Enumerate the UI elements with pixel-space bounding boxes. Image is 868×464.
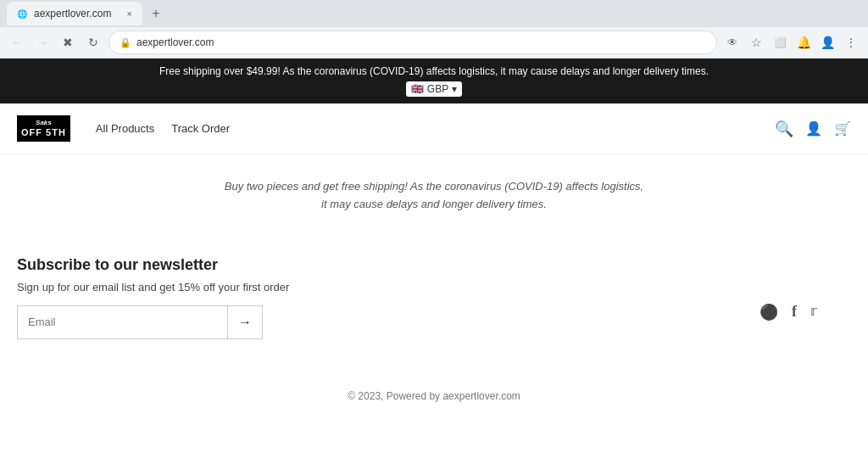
refresh-button[interactable]: ↻ [83, 32, 103, 53]
copyright-text: © 2023, Powered by aexpertlover.com [348, 390, 520, 402]
newsletter-submit-button[interactable]: → [227, 306, 262, 338]
announcement-bar: Free shipping over $49.99! As the corona… [0, 59, 868, 103]
hero-text: Buy two pieces and get free shipping! As… [17, 178, 851, 214]
main-nav: All Products Track Order [96, 122, 775, 135]
toolbar-icons: 👁 ☆ ⬜ 🔔 👤 ⋮ [722, 32, 861, 53]
address-bar[interactable]: 🔒 aexpertlover.com [108, 31, 717, 54]
logo-area[interactable]: Saks OFF 5TH [17, 115, 70, 142]
extensions-icon[interactable]: ⬜ [770, 32, 790, 53]
newsletter-subtitle: Sign up for our email list and get 15% o… [17, 281, 492, 293]
logo: Saks OFF 5TH [17, 115, 70, 142]
social-icons: ⚫ f 𝕣 [760, 303, 817, 321]
pinterest-icon[interactable]: ⚫ [760, 303, 778, 321]
twitter-icon[interactable]: 𝕣 [810, 303, 817, 321]
back-button[interactable]: ← [7, 32, 27, 53]
newsletter-section: Subscribe to our newsletter Sign up for … [0, 231, 509, 356]
hero-line2: it may cause delays and longer delivery … [321, 198, 547, 210]
new-tab-button[interactable]: + [146, 3, 166, 24]
nav-all-products[interactable]: All Products [96, 122, 154, 135]
forward-button[interactable]: → [32, 32, 53, 53]
notifications-icon[interactable]: 🔔 [793, 32, 814, 53]
tab-bar: 🌐 aexpertlover.com × + [0, 0, 868, 27]
hero-area: Buy two pieces and get free shipping! As… [0, 154, 868, 231]
tab-title: aexpertlover.com [34, 8, 111, 20]
dropdown-arrow: ▾ [452, 83, 457, 95]
currency-flag: 🇬🇧 [411, 83, 424, 95]
content-area: Subscribe to our newsletter Sign up for … [0, 231, 868, 356]
profile-icon[interactable]: 👤 [817, 32, 837, 53]
tab-favicon: 🌐 [17, 9, 27, 19]
facebook-icon[interactable]: f [792, 303, 797, 321]
footer: © 2023, Powered by aexpertlover.com [0, 373, 868, 419]
logo-off5th: OFF 5TH [21, 127, 66, 138]
browser-chrome: 🌐 aexpertlover.com × + ← → ✖ ↻ 🔒 aexpert… [0, 0, 868, 59]
newsletter-title: Subscribe to our newsletter [17, 256, 492, 274]
tab-close-button[interactable]: × [127, 8, 132, 19]
lock-icon: 🔒 [120, 37, 131, 48]
logo-saks: Saks [36, 119, 52, 127]
url-display: aexpertlover.com [136, 36, 706, 48]
cart-icon[interactable]: 🛒 [834, 120, 851, 137]
page-wrapper: 🌐 aexpertlover.com × + ← → ✖ ↻ 🔒 aexpert… [0, 0, 868, 419]
site-header: Saks OFF 5TH All Products Track Order 🔍 … [0, 103, 868, 154]
announcement-text: Free shipping over $49.99! As the corona… [159, 65, 709, 77]
email-input[interactable] [18, 307, 227, 337]
browser-toolbar: ← → ✖ ↻ 🔒 aexpertlover.com 👁 ☆ ⬜ 🔔 👤 ⋮ [0, 27, 868, 58]
reload-button[interactable]: ✖ [58, 32, 78, 53]
bookmark-icon[interactable]: ☆ [746, 32, 766, 53]
account-icon[interactable]: 👤 [805, 120, 822, 137]
eye-icon[interactable]: 👁 [722, 32, 743, 53]
hero-line1: Buy two pieces and get free shipping! As… [225, 180, 643, 193]
menu-icon[interactable]: ⋮ [841, 32, 861, 53]
nav-track-order[interactable]: Track Order [171, 122, 230, 135]
currency-selector[interactable]: 🇬🇧 GBP ▾ [406, 81, 462, 97]
currency-code: GBP [427, 83, 448, 95]
search-icon[interactable]: 🔍 [775, 120, 793, 138]
header-icons: 🔍 👤 🛒 [775, 120, 851, 138]
newsletter-form: → [17, 305, 263, 339]
active-tab[interactable]: 🌐 aexpertlover.com × [7, 2, 142, 25]
